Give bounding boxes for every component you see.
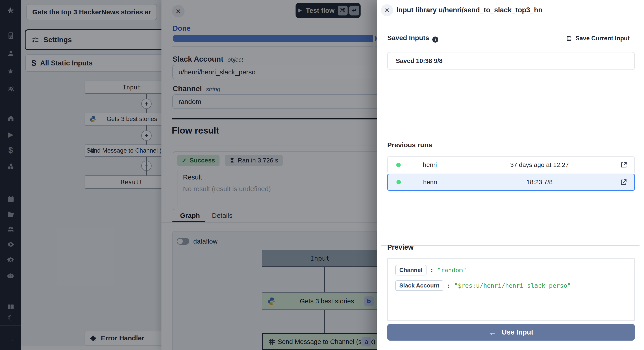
input-library-drawer: ✕ Input library u/henri/send_to_slack_to…	[377, 0, 644, 350]
save-icon	[566, 35, 572, 42]
success-dot-icon	[396, 180, 401, 184]
save-current-input-label: Save Current Input	[576, 35, 630, 42]
colon: :	[447, 282, 450, 289]
close-library-button[interactable]: ✕	[381, 4, 393, 16]
arrow-left-icon: ←	[488, 328, 497, 337]
previous-run-row-selected[interactable]: henri 18:23 7/8	[387, 174, 635, 191]
preview-entry: Channel : "random"	[395, 265, 627, 275]
library-header: ✕ Input library u/henri/send_to_slack_to…	[377, 0, 644, 20]
divider	[381, 137, 640, 137]
previous-runs-heading: Previous runs	[387, 141, 432, 149]
divider	[381, 245, 640, 246]
saved-input-entry[interactable]: Saved 10:38 9/8	[387, 52, 635, 70]
saved-inputs-heading-row: Saved Inputsi	[387, 34, 438, 42]
run-user: henri	[401, 161, 459, 168]
saved-entry-label: Saved 10:38 9/8	[396, 57, 443, 64]
saved-inputs-heading: Saved Inputs	[387, 34, 429, 41]
use-input-button[interactable]: ← Use Input	[387, 324, 635, 341]
save-current-input-button[interactable]: Save Current Input	[566, 35, 630, 42]
colon: :	[430, 267, 434, 274]
run-time: 37 days ago at 12:27	[459, 161, 620, 168]
preview-box: Channel : "random" Slack Account : "$res…	[387, 258, 635, 321]
preview-key-chip: Slack Account	[395, 280, 443, 291]
preview-heading: Preview	[387, 243, 414, 251]
open-run-external-link-icon[interactable]	[620, 161, 628, 169]
modal-dim-overlay[interactable]	[0, 0, 377, 350]
run-user: henri	[401, 179, 459, 186]
close-icon: ✕	[384, 7, 390, 14]
preview-value: "random"	[437, 267, 466, 274]
use-input-label: Use Input	[502, 328, 533, 336]
previous-run-row[interactable]: henri 37 days ago at 12:27	[387, 156, 635, 173]
preview-entry: Slack Account : "$res:u/henri/henri_slac…	[395, 280, 627, 291]
preview-value: "$res:u/henri/henri_slack_perso"	[454, 282, 571, 289]
library-title: Input library u/henri/send_to_slack_top3…	[396, 6, 542, 14]
info-icon[interactable]: i	[432, 36, 438, 42]
run-time: 18:23 7/8	[459, 179, 620, 186]
open-run-external-link-icon[interactable]	[620, 178, 628, 186]
success-dot-icon	[396, 163, 401, 167]
preview-key-chip: Channel	[395, 265, 426, 275]
